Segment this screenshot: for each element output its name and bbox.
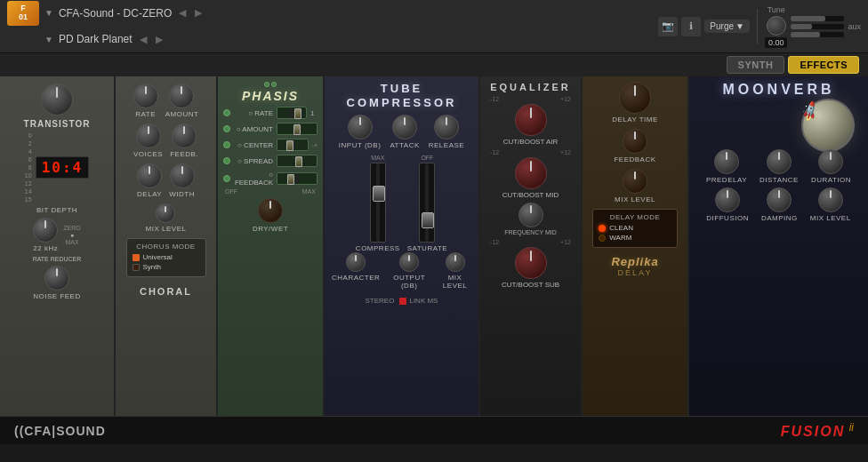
distance-knob[interactable]	[767, 149, 792, 174]
comp-input-knob[interactable]	[348, 115, 373, 139]
comp-top-knobs: INPUT (DB) ATTACK RELEASE	[339, 115, 464, 149]
link-ms-section[interactable]: LINK MS	[399, 297, 438, 305]
rate-reducer-knob[interactable]	[33, 218, 58, 243]
phasis-dot-2	[271, 82, 277, 87]
phasis-indicator-amount	[223, 125, 230, 132]
plugin-area: TRANSISTOR 0 2 4 6 8 10 12 14 15 10:4 BI…	[0, 76, 868, 416]
mix-level-col: MIX LEVEL	[146, 203, 187, 233]
eq-sub-knob[interactable]	[515, 247, 547, 279]
choral-top-knobs: RATE AMOUNT	[133, 84, 199, 118]
choral-voices-knob[interactable]	[136, 123, 161, 148]
comp-mix-knob[interactable]	[446, 252, 465, 272]
choral-mix-knob[interactable]	[156, 203, 175, 223]
delay-col: DELAY	[137, 163, 162, 198]
tune-knob[interactable]	[767, 16, 786, 36]
damping-knob[interactable]	[767, 187, 792, 212]
eq-air-knob[interactable]	[515, 104, 547, 136]
moonverb-section: 🚀 MOONVERB PREDELAY DISTANCE DURATION DI…	[689, 76, 868, 416]
comp-input-label: INPUT (DB)	[339, 141, 382, 149]
phasis-rate-row: ○ RATE 1	[223, 107, 317, 119]
comp-fader2-col: OFF SATURATE	[407, 155, 447, 252]
transistor-main-knob-col: TRANSISTOR	[24, 84, 91, 129]
preset-prev[interactable]: ◀	[138, 34, 149, 45]
phasis-feedback-slider[interactable]	[277, 172, 317, 185]
choral-width-knob[interactable]	[170, 163, 195, 188]
chorus-mode-universal[interactable]: Universal	[133, 253, 200, 261]
purge-button[interactable]: Purge ▼	[704, 20, 750, 33]
phasis-indicator-rate	[223, 109, 230, 116]
instrument-next[interactable]: ▶	[193, 7, 204, 19]
fusion-logo: FUSION	[781, 424, 845, 439]
rate-scale: ZERO ● MAX	[63, 225, 80, 245]
comp-release-knob[interactable]	[434, 115, 459, 139]
choral-feedb-knob[interactable]	[172, 123, 197, 148]
moonverb-bot-knobs: DIFFUSION DAMPING MIX LEVEL	[706, 187, 850, 222]
side-slider-1[interactable]	[791, 16, 844, 21]
instrument-arrow[interactable]: ▼	[44, 8, 53, 18]
duration-label: DURATION	[811, 176, 851, 184]
voices-col: VOICES	[133, 123, 163, 158]
preset-arrow[interactable]: ▼	[44, 35, 53, 44]
choral-section: RATE AMOUNT VOICES FEEDB. DELAY	[116, 76, 218, 416]
eq-mid-scale: -12 +12	[490, 149, 571, 155]
predelay-knob[interactable]	[714, 149, 739, 174]
compressor-title: TUBE COMPRESSOR	[347, 82, 457, 109]
comp-output-knob[interactable]	[399, 252, 419, 272]
mv-mix-label: MIX LEVEL	[810, 214, 851, 222]
phasis-indicator-spread	[223, 157, 230, 164]
preset-row: ▼ PD Dark Planet ◀ ▶	[7, 27, 658, 53]
comp-attack-knob[interactable]	[392, 115, 417, 139]
choral-bot-knobs: DELAY WIDTH	[137, 163, 195, 198]
delay-warm-row[interactable]: WARM	[599, 234, 671, 242]
snapshot-icon[interactable]: 📷	[658, 17, 678, 36]
delay-mix-knob[interactable]	[623, 169, 647, 194]
comp-max-label: MAX	[371, 155, 384, 161]
eq-mid-knob[interactable]	[515, 157, 547, 189]
effects-button[interactable]: EFFECTS	[788, 56, 859, 74]
choral-amount-knob[interactable]	[169, 84, 194, 108]
comp-saturate-fader[interactable]	[419, 163, 435, 243]
phasis-rate-slider[interactable]	[277, 107, 307, 119]
eq-air-scale: -12 +12	[490, 96, 571, 102]
eq-title: EQUALIZER	[490, 82, 571, 92]
synth-button[interactable]: SYNTH	[727, 56, 785, 74]
info-icon[interactable]: ℹ	[681, 17, 701, 36]
amount-col: AMOUNT	[165, 84, 199, 118]
delay-feedback-knob[interactable]	[623, 129, 647, 154]
instrument-prev[interactable]: ◀	[177, 7, 188, 19]
replika-sublabel: DELAY	[611, 268, 658, 277]
phasis-spread-slider[interactable]	[277, 155, 317, 167]
phasis-amount-slider[interactable]	[277, 123, 317, 135]
phasis-amount-row: ○ AMOUNT	[223, 123, 317, 135]
chorus-mode-synth[interactable]: Synth	[133, 263, 200, 271]
noise-feed-knob[interactable]	[44, 266, 69, 291]
phasis-drywet-knob[interactable]	[258, 198, 283, 223]
diffusion-knob[interactable]	[715, 187, 740, 212]
choral-rate-knob[interactable]	[133, 84, 158, 108]
duration-knob[interactable]	[818, 149, 843, 174]
transistor-main-knob[interactable]	[41, 84, 73, 116]
width-col: WIDTH	[169, 163, 195, 198]
eq-freq-band: FREQUENCY MID	[486, 203, 575, 235]
phasis-feedback-row: ○ FEEDBACK	[223, 171, 317, 187]
fusion-logo-area: FUSION ii	[781, 421, 854, 440]
warm-led	[599, 235, 606, 242]
eq-freq-knob[interactable]	[518, 203, 543, 227]
side-slider-3[interactable]	[791, 32, 844, 37]
preset-next[interactable]: ▶	[154, 34, 165, 45]
delay-time-knob[interactable]	[619, 82, 651, 114]
delay-time-col: DELAY TIME	[612, 82, 658, 123]
phasis-indicator-feedback	[223, 175, 230, 182]
choral-delay-knob[interactable]	[137, 163, 162, 188]
mv-mix-knob[interactable]	[818, 187, 843, 212]
delay-clean-row[interactable]: CLEAN	[599, 224, 671, 232]
phasis-section: PHASIS ○ RATE 1 ○ AMOUNT	[218, 76, 325, 416]
transistor-section: TRANSISTOR 0 2 4 6 8 10 12 14 15 10:4 BI…	[0, 76, 116, 416]
comp-compress-fader[interactable]	[370, 163, 386, 243]
comp-char-col: CHARACTER	[332, 252, 380, 290]
side-slider-2[interactable]	[791, 24, 844, 29]
phasis-center-slider[interactable]	[277, 139, 309, 151]
choral-feedb-label: FEEDB.	[170, 150, 198, 158]
comp-char-knob[interactable]	[346, 252, 366, 272]
comp-stereo-row: STEREO LINK MS	[366, 297, 438, 305]
